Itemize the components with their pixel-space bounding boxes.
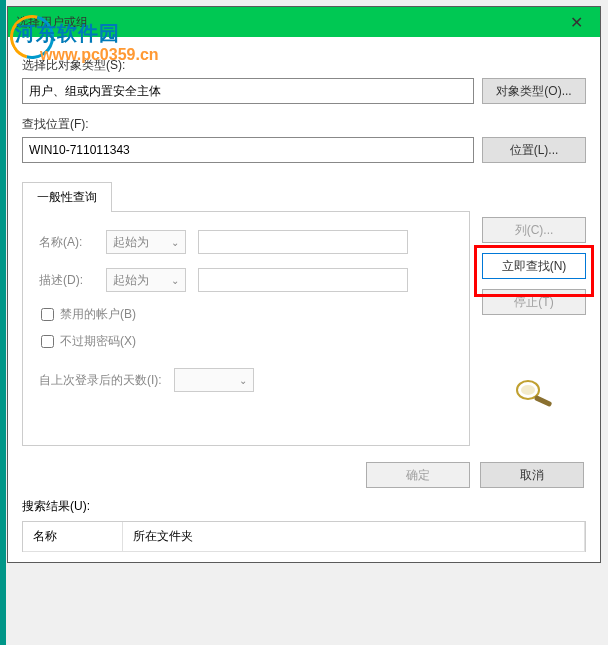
chevron-down-icon: ⌄ bbox=[239, 375, 247, 386]
find-now-button[interactable]: 立即查找(N) bbox=[482, 253, 586, 279]
chevron-down-icon: ⌄ bbox=[171, 237, 179, 248]
chevron-down-icon: ⌄ bbox=[171, 275, 179, 286]
disabled-accounts-checkbox[interactable] bbox=[41, 308, 54, 321]
days-since-login-combo[interactable]: ⌄ bbox=[174, 368, 254, 392]
dialog-actions: 确定 取消 bbox=[22, 462, 586, 488]
location-label: 查找位置(F): bbox=[22, 116, 586, 133]
results-header: 名称 所在文件夹 bbox=[23, 522, 585, 552]
locations-button[interactable]: 位置(L)... bbox=[482, 137, 586, 163]
description-label: 描述(D): bbox=[39, 272, 94, 289]
non-expiring-checkbox[interactable] bbox=[41, 335, 54, 348]
description-mode-combo[interactable]: 起始为 ⌄ bbox=[106, 268, 186, 292]
object-types-button[interactable]: 对象类型(O)... bbox=[482, 78, 586, 104]
disabled-accounts-label: 禁用的帐户(B) bbox=[60, 306, 136, 323]
side-buttons: 列(C)... 立即查找(N) 停止(T) bbox=[470, 211, 586, 446]
general-query-panel: 名称(A): 起始为 ⌄ 描述(D): 起始为 ⌄ bbox=[22, 211, 470, 446]
watermark-site: 河东软件园 bbox=[15, 20, 120, 47]
close-icon: ✕ bbox=[570, 13, 583, 32]
watermark-url: www.pc0359.cn bbox=[40, 46, 159, 64]
cancel-button[interactable]: 取消 bbox=[480, 462, 584, 488]
column-folder[interactable]: 所在文件夹 bbox=[123, 522, 585, 552]
tab-general-query[interactable]: 一般性查询 bbox=[22, 182, 112, 212]
name-mode-combo[interactable]: 起始为 ⌄ bbox=[106, 230, 186, 254]
dialog-content: 选择比对象类型(S): 用户、组或内置安全主体 对象类型(O)... 查找位置(… bbox=[8, 37, 600, 562]
results-table: 名称 所在文件夹 bbox=[22, 521, 586, 552]
columns-button: 列(C)... bbox=[482, 217, 586, 243]
non-expiring-label: 不过期密码(X) bbox=[60, 333, 136, 350]
ok-button: 确定 bbox=[366, 462, 470, 488]
window-edge bbox=[0, 0, 6, 645]
svg-rect-2 bbox=[534, 395, 552, 407]
query-tabs: 一般性查询 名称(A): 起始为 ⌄ bbox=[22, 181, 586, 446]
stop-button: 停止(T) bbox=[482, 289, 586, 315]
select-users-dialog: 选择用户或组 ✕ 选择比对象类型(S): 用户、组或内置安全主体 对象类型(O)… bbox=[7, 6, 601, 563]
days-since-login-label: 自上次登录后的天数(I): bbox=[39, 372, 162, 389]
location-field[interactable]: WIN10-711011343 bbox=[22, 137, 474, 163]
object-type-field[interactable]: 用户、组或内置安全主体 bbox=[22, 78, 474, 104]
close-button[interactable]: ✕ bbox=[556, 10, 596, 34]
name-input[interactable] bbox=[198, 230, 408, 254]
name-label: 名称(A): bbox=[39, 234, 94, 251]
search-icon bbox=[482, 375, 586, 410]
column-name[interactable]: 名称 bbox=[23, 522, 123, 552]
svg-point-1 bbox=[521, 385, 535, 395]
description-input[interactable] bbox=[198, 268, 408, 292]
search-results-label: 搜索结果(U): bbox=[22, 498, 586, 515]
